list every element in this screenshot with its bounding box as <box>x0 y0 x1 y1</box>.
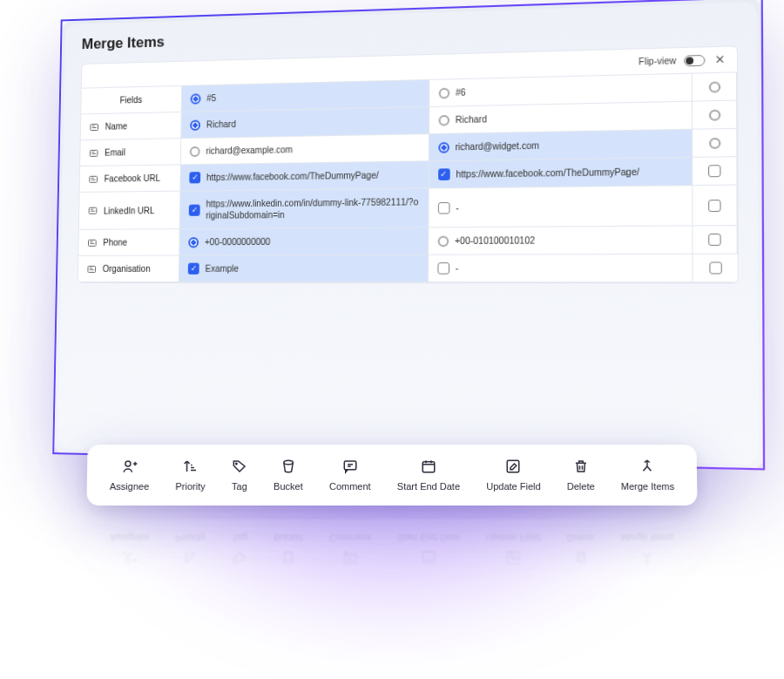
flip-view-toggle[interactable] <box>684 54 705 65</box>
update-field-button[interactable]: Update Field <box>486 533 541 566</box>
svg-rect-1 <box>90 150 98 156</box>
field-label-cell: Organisation <box>78 256 180 282</box>
field-name: Organisation <box>103 264 151 274</box>
cell-value: +00-0000000000 <box>205 236 271 248</box>
toolbar-label: Comment <box>329 533 371 543</box>
svg-rect-15 <box>344 554 356 563</box>
checkbox-icon <box>189 172 200 183</box>
cell-value: +00-010100010102 <box>455 234 535 247</box>
radio-icon <box>708 81 720 92</box>
toolbar-label: Bucket <box>274 533 303 543</box>
value-cell-c[interactable] <box>693 129 737 158</box>
value-cell-c[interactable] <box>693 255 737 283</box>
cell-value: Richard <box>456 113 487 126</box>
field-name: Name <box>105 121 128 131</box>
svg-point-12 <box>125 558 130 563</box>
tag-button[interactable]: Tag <box>232 458 247 492</box>
checkbox-icon <box>437 201 449 214</box>
assignee-button[interactable]: Assignee <box>110 458 150 492</box>
assignee-button[interactable]: Assignee <box>110 533 150 566</box>
merge-items-button[interactable]: Merge Items <box>621 458 675 492</box>
toolbar-label: Bucket <box>274 481 303 492</box>
value-cell-b[interactable]: +00-010100010102 <box>429 226 693 255</box>
cell-value: https://www.facebook.com/TheDummyPage/ <box>206 169 379 183</box>
svg-rect-4 <box>88 240 96 246</box>
calendar-icon <box>421 548 436 566</box>
radio-icon <box>708 137 720 148</box>
cell-value: - <box>456 201 459 214</box>
radio-icon <box>438 87 449 98</box>
toolbar-label: Start End Date <box>397 481 460 492</box>
value-cell-c[interactable] <box>693 226 737 255</box>
user-plus-icon <box>121 548 137 566</box>
field-label-cell: Email <box>80 139 181 166</box>
tag-button[interactable]: Tag <box>232 533 247 566</box>
priority-icon <box>182 548 198 566</box>
value-cell-b[interactable]: richard@widget.com <box>429 130 693 162</box>
delete-button[interactable]: Delete <box>567 458 595 492</box>
merge-items-button[interactable]: Merge Items <box>621 533 675 566</box>
toolbar-label: Priority <box>175 481 205 492</box>
close-icon[interactable]: ✕ <box>713 52 727 66</box>
value-cell-a[interactable]: https://www.linkedin.com/in/dummy-link-7… <box>180 188 429 229</box>
value-cell-b[interactable]: https://www.facebook.com/TheDummyPage/ <box>429 158 693 189</box>
svg-rect-11 <box>508 460 520 472</box>
field-label-cell: LinkedIn URL <box>79 192 181 230</box>
update-field-button[interactable]: Update Field <box>486 458 541 492</box>
value-cell-b[interactable]: - <box>429 186 693 227</box>
column-c-header[interactable] <box>693 72 737 101</box>
checkbox-icon <box>437 262 449 275</box>
radio-icon <box>190 119 200 130</box>
field-label-cell: Name <box>81 112 182 140</box>
toolbar-label: Update Field <box>486 533 540 543</box>
checkbox-icon <box>709 261 722 274</box>
radio-icon <box>438 114 449 126</box>
tag-icon <box>232 548 247 566</box>
value-cell-c[interactable] <box>693 157 737 186</box>
action-toolbar: AssigneePriorityTagBucketCommentStart En… <box>86 445 697 506</box>
cell-value: https://www.linkedin.com/in/dummy-link-7… <box>206 196 418 221</box>
priority-button[interactable]: Priority <box>175 458 206 492</box>
comment-button[interactable]: Comment <box>329 533 371 566</box>
merge-panel: Merge Items Flip-view ✕ Fields #5 <box>52 0 765 470</box>
field-name: Facebook URL <box>104 173 160 184</box>
merge-icon <box>639 458 655 476</box>
value-cell-a[interactable]: Example <box>179 255 429 282</box>
flip-view-label: Flip-view <box>639 56 676 67</box>
checkbox-icon <box>188 263 199 275</box>
cell-value: richard@example.com <box>206 144 293 157</box>
value-cell-c[interactable] <box>693 186 737 227</box>
bucket-icon <box>280 458 296 476</box>
field-name: Email <box>105 147 125 157</box>
value-cell-c[interactable] <box>693 101 737 130</box>
value-cell-a[interactable]: richard@example.com <box>181 134 429 165</box>
toolbar-label: Start End Date <box>397 533 460 543</box>
value-cell-a[interactable]: +00-0000000000 <box>179 227 429 255</box>
bucket-button[interactable]: Bucket <box>274 533 303 566</box>
svg-point-13 <box>235 560 237 560</box>
checkbox-icon <box>189 204 200 215</box>
value-cell-a[interactable]: Richard <box>181 107 429 139</box>
checkbox-icon <box>438 168 450 180</box>
start-end-date-button[interactable]: Start End Date <box>397 458 460 492</box>
svg-rect-10 <box>422 462 435 472</box>
bucket-button[interactable]: Bucket <box>274 458 303 492</box>
trash-icon <box>573 458 589 476</box>
priority-button[interactable]: Priority <box>175 533 206 566</box>
radio-icon <box>437 235 449 247</box>
toolbar-reflection: AssigneePriorityTagBucketCommentStart En… <box>86 519 697 580</box>
value-cell-b[interactable]: Richard <box>429 102 693 134</box>
toolbar-label: Delete <box>567 533 595 543</box>
tag-icon <box>232 458 247 476</box>
comment-button[interactable]: Comment <box>329 458 371 492</box>
cell-value: Example <box>205 263 239 275</box>
toolbar-label: Delete <box>567 481 595 492</box>
delete-button[interactable]: Delete <box>567 533 595 566</box>
checkbox-icon <box>708 199 721 211</box>
value-cell-b[interactable]: - <box>428 255 693 282</box>
svg-rect-9 <box>344 461 356 470</box>
value-cell-a[interactable]: https://www.facebook.com/TheDummyPage/ <box>180 161 429 191</box>
edit-icon <box>505 458 521 476</box>
start-end-date-button[interactable]: Start End Date <box>397 533 460 566</box>
edit-icon <box>505 548 521 566</box>
